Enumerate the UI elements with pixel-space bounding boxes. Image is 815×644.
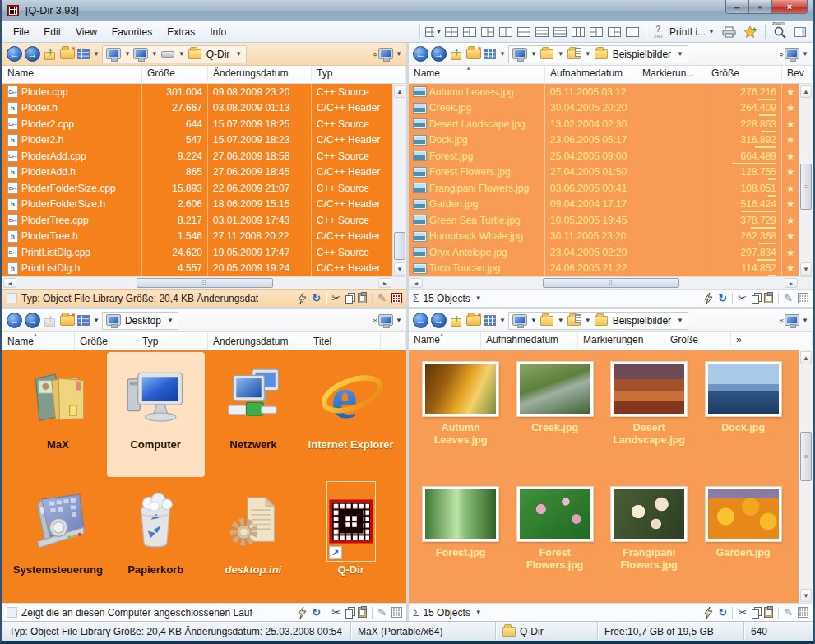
column-header-titel[interactable]: Titel bbox=[308, 332, 381, 350]
favorites-folder-icon[interactable] bbox=[60, 315, 75, 326]
column-header-typ[interactable]: Typ bbox=[137, 332, 208, 350]
thumbnail-item-creek[interactable]: Creek.jpg bbox=[508, 355, 603, 480]
file-row[interactable]: PloderFolderSize.cpp15.89322.06.2009 21:… bbox=[2, 180, 392, 197]
column-header-gre[interactable]: Größe bbox=[665, 332, 731, 347]
pane-target-icon[interactable] bbox=[785, 49, 799, 58]
close-button[interactable]: × bbox=[771, 0, 808, 14]
actions-lightning-icon[interactable] bbox=[298, 607, 307, 619]
scroll-down-arrow[interactable]: ▼ bbox=[394, 262, 405, 276]
up-button[interactable]: ↑ bbox=[449, 48, 464, 60]
image-file-row[interactable]: Green Sea Turtle.jpg10.05.2005 19:45378.… bbox=[409, 212, 799, 229]
inet-button[interactable]: ?inet bbox=[651, 24, 665, 40]
actions-lightning-icon[interactable] bbox=[298, 293, 307, 304]
scroll-up-arrow[interactable]: ▲ bbox=[394, 85, 405, 98]
column-header-typ[interactable]: Typ bbox=[312, 66, 406, 81]
address-label[interactable]: Beispielbilder bbox=[611, 49, 673, 60]
image-file-row[interactable]: Garden.jpg09.04.2004 17:17516.424★ bbox=[409, 197, 799, 213]
folder-badge-icon[interactable] bbox=[567, 49, 581, 59]
copy-icon[interactable] bbox=[345, 609, 353, 619]
folder-badge-icon[interactable] bbox=[567, 316, 581, 326]
file-row[interactable]: Ploder.cpp301.00409.08.2009 23:20C++ Sou… bbox=[2, 84, 392, 100]
image-file-row[interactable]: Humpback Whale.jpg30.11.2005 23:20262.36… bbox=[409, 229, 799, 245]
rating-star-icon[interactable]: ★ bbox=[782, 212, 799, 229]
image-file-row[interactable]: Autumn Leaves.jpg05.11.2005 03:12276.216… bbox=[409, 84, 799, 100]
column-header-gre[interactable]: Größe bbox=[75, 332, 137, 350]
scroll-down-arrow[interactable]: ▼ bbox=[800, 262, 812, 276]
refresh-icon[interactable]: ↻ bbox=[312, 293, 321, 303]
scroll-thumb[interactable] bbox=[394, 232, 405, 260]
paste-icon[interactable] bbox=[358, 607, 367, 618]
layout-button-6[interactable] bbox=[515, 24, 533, 40]
column-header-name[interactable]: Name▲ bbox=[2, 332, 75, 350]
image-file-row[interactable]: Desert Landscape.jpg13.02.2004 02:30228.… bbox=[409, 116, 799, 132]
desktop-icon-ini[interactable]: desktop.ini bbox=[205, 477, 303, 602]
thumbnail-item-autumn[interactable]: Autumn Leaves.jpg bbox=[414, 355, 508, 480]
copy-icon[interactable] bbox=[752, 295, 759, 304]
desktop-icon-control[interactable]: Systemsteuerung bbox=[9, 477, 107, 602]
rating-star-icon[interactable]: ★ bbox=[782, 229, 799, 245]
view-mode-dropdown[interactable]: ▼ bbox=[93, 317, 100, 324]
address-label[interactable]: Desktop bbox=[123, 315, 163, 327]
layout-button-11[interactable] bbox=[605, 24, 623, 40]
favorites-folder-icon[interactable] bbox=[466, 49, 481, 59]
desktop-icon-qdir[interactable]: ↗Q-Dir bbox=[302, 477, 400, 602]
refresh-icon[interactable]: ↻ bbox=[718, 293, 727, 303]
file-row[interactable]: Ploder2.h54715.07.2009 18:23C/C++ Header bbox=[2, 132, 392, 149]
file-row[interactable]: PloderAdd.cpp9.22427.06.2009 18:58C++ So… bbox=[2, 148, 392, 164]
view-mode-icon[interactable] bbox=[484, 49, 496, 59]
rating-star-icon[interactable]: ★ bbox=[782, 197, 799, 213]
column-header-nderungsdatum[interactable]: Änderungsdatum bbox=[208, 66, 312, 81]
column-header-aufnahmedatum[interactable]: Aufnahmedatum bbox=[545, 66, 637, 81]
layout-button-1[interactable]: ▼ bbox=[424, 24, 442, 40]
view-mode-icon[interactable] bbox=[484, 315, 496, 326]
minimize-button[interactable]: – bbox=[725, 0, 748, 14]
menu-extras[interactable]: Extras bbox=[160, 24, 202, 40]
view-mode-icon[interactable] bbox=[77, 49, 90, 59]
scroll-up-arrow[interactable]: ▲ bbox=[800, 351, 812, 364]
address-bar[interactable]: ▼ ▼ ▼ Q-Dir▼ bbox=[102, 45, 247, 63]
scroll-left-arrow[interactable]: ◄ bbox=[410, 278, 423, 288]
image-file-row[interactable]: Dock.jpg23.06.2005 05:17316.892★ bbox=[409, 132, 799, 149]
pane-tr-object-count[interactable]: 15 Objects bbox=[423, 293, 470, 304]
pane-target-icon[interactable] bbox=[785, 315, 799, 325]
actions-lightning-icon[interactable] bbox=[704, 293, 713, 304]
computer-icon[interactable] bbox=[134, 49, 147, 58]
address-label[interactable]: Beispielbilder bbox=[611, 315, 673, 327]
column-header-gre[interactable]: Größe bbox=[706, 66, 782, 81]
up-button-disabled[interactable]: ↑ bbox=[43, 314, 58, 327]
print-button[interactable] bbox=[719, 25, 739, 39]
menu-file[interactable]: File bbox=[6, 24, 36, 40]
image-file-row[interactable]: Forest Flowers.jpg27.04.2005 01:50128.75… bbox=[409, 164, 799, 181]
back-button[interactable]: ← bbox=[7, 46, 22, 62]
desktop-icon-ie[interactable]: eInternet Explorer bbox=[302, 352, 400, 477]
file-row[interactable]: PloderFolderSize.h2.60618.06.2009 15:15C… bbox=[2, 197, 392, 213]
image-file-row[interactable]: Frangipani Flowers.jpg03.06.2005 00:4110… bbox=[409, 180, 799, 197]
desktop-icon-computer[interactable]: Computer bbox=[107, 352, 205, 477]
pane-target-icon[interactable] bbox=[379, 315, 392, 325]
computer-icon[interactable] bbox=[107, 49, 120, 58]
menu-view[interactable]: View bbox=[68, 24, 104, 40]
paste-icon[interactable] bbox=[358, 293, 367, 303]
horizontal-scrollbar[interactable]: ◄ ⠿ ► bbox=[2, 276, 406, 289]
status-current-folder[interactable]: Q-Dir bbox=[496, 622, 598, 641]
file-row[interactable]: Ploder2.cpp64415.07.2009 18:25C++ Source bbox=[2, 116, 392, 132]
up-button[interactable]: ↑ bbox=[43, 48, 58, 60]
scroll-left-arrow[interactable]: ◄ bbox=[3, 278, 16, 288]
active-pane-indicator[interactable] bbox=[391, 293, 402, 303]
vertical-scrollbar[interactable]: ▲ ▼ bbox=[392, 84, 406, 276]
add-favorite-button[interactable]: + bbox=[740, 24, 761, 40]
layout-button-7[interactable] bbox=[533, 24, 551, 40]
toolbar-overflow-chevron[interactable]: » bbox=[776, 318, 785, 322]
layout-button-4[interactable] bbox=[479, 24, 497, 40]
forward-button[interactable]: → bbox=[431, 46, 447, 62]
forward-button[interactable]: → bbox=[25, 46, 40, 62]
layout-button-10[interactable] bbox=[587, 24, 605, 40]
zoom-button[interactable]: zoom bbox=[770, 23, 790, 40]
layout-button-9[interactable] bbox=[569, 24, 587, 40]
view-mode-icon[interactable] bbox=[77, 315, 90, 326]
thumbnail-item-dock[interactable]: Dock.jpg bbox=[697, 355, 791, 480]
computer-icon[interactable] bbox=[513, 49, 526, 58]
pane-target-icon[interactable] bbox=[379, 49, 392, 58]
layout-button-12[interactable] bbox=[623, 24, 641, 40]
desktop-icon-network[interactable]: Netzwerk bbox=[205, 352, 303, 477]
